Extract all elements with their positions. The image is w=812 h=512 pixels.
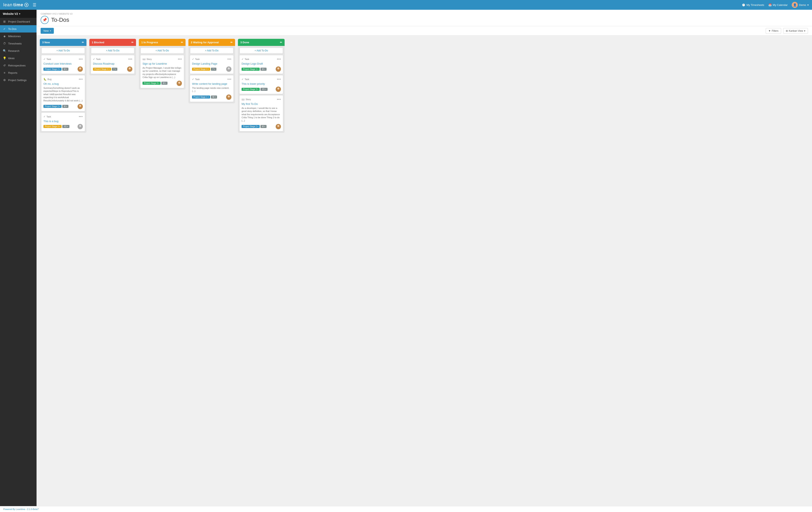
tag-caret-icon: ▾ bbox=[264, 68, 265, 70]
logo-time: time bbox=[13, 2, 23, 7]
col-edit-icon-blocked[interactable]: ✏ bbox=[131, 41, 134, 44]
col-body-done: + Add To-Do ✓ Task ••• Design Logo Draft… bbox=[238, 46, 285, 133]
hamburger-menu[interactable]: ☰ bbox=[33, 2, 36, 7]
svg-point-11 bbox=[177, 84, 181, 86]
svg-point-15 bbox=[227, 98, 231, 100]
card-menu-new-1[interactable]: ••• bbox=[79, 77, 83, 81]
tag-inprogress-0-1[interactable]: M ▾ bbox=[162, 82, 167, 85]
sidebar-item-ideas[interactable]: 💡Ideas bbox=[0, 54, 36, 62]
card-footer-new-0: Project Stage 2 ▾M ▾ bbox=[44, 66, 83, 72]
tag-new-1-1[interactable]: M ▾ bbox=[62, 105, 68, 108]
tag-new-1-0[interactable]: Project Stage 2 ▾ bbox=[44, 105, 61, 108]
sidebar-project[interactable]: Website V2 ▾ bbox=[0, 10, 36, 18]
card-title-new-0[interactable]: Conduct user interviews bbox=[44, 62, 83, 65]
user-menu[interactable]: 👤 Demo ▾ bbox=[792, 2, 809, 8]
svg-point-5 bbox=[78, 107, 82, 109]
card-menu-done-0[interactable]: ••• bbox=[277, 57, 281, 61]
sidebar-item-project-settings[interactable]: ⚙Project Settings bbox=[0, 76, 36, 84]
add-todo-btn-blocked[interactable]: + Add To-Do bbox=[91, 48, 135, 54]
card-title-new-2[interactable]: This is a bug bbox=[44, 120, 83, 123]
tag-waiting-0-1[interactable]: 7 ▾ bbox=[211, 68, 216, 71]
new-button[interactable]: New ▾ bbox=[40, 28, 54, 34]
kanban-icon: ⊞ bbox=[786, 29, 788, 32]
sidebar-item-reports[interactable]: ≡Reports bbox=[0, 69, 36, 76]
filters-button[interactable]: ▼ Filters bbox=[766, 28, 781, 34]
sidebar-item-milestones[interactable]: ◈Milestones bbox=[0, 32, 36, 40]
col-body-waiting: + Add To-Do ✓ Task ••• Design Landing Pa… bbox=[188, 46, 235, 103]
sidebar-item-project-dashboard[interactable]: ⊞Project Dashboard bbox=[0, 18, 36, 25]
add-todo-btn-done[interactable]: + Add To-Do bbox=[239, 48, 283, 54]
sidebar-label-ideas: Ideas bbox=[8, 57, 14, 60]
sidebar-item-timesheets[interactable]: ⏱Timesheets bbox=[0, 40, 36, 47]
tag-waiting-1-0[interactable]: Project Stage 1 ▾ bbox=[192, 96, 210, 99]
card-menu-new-2[interactable]: ••• bbox=[79, 115, 83, 118]
card-menu-done-1[interactable]: ••• bbox=[277, 77, 281, 81]
tag-done-2-1[interactable]: M ▾ bbox=[260, 125, 266, 128]
tag-done-2-0[interactable]: Project Stage 2 ▾ bbox=[241, 125, 260, 128]
card-menu-done-2[interactable]: ••• bbox=[277, 98, 281, 101]
type-icon-done-2: 📖 bbox=[241, 98, 244, 101]
card-desc-new-1: SummarySomething doesn't work as expecte… bbox=[44, 86, 83, 102]
card-type-new-1: 🐛 Bug bbox=[44, 78, 52, 81]
avatar-img bbox=[276, 124, 281, 129]
card-title-blocked-0[interactable]: Discuss Roadmap bbox=[93, 62, 133, 65]
tag-caret-icon: ▾ bbox=[214, 68, 215, 70]
col-edit-icon-new[interactable]: ✏ bbox=[82, 41, 84, 44]
card-title-waiting-0[interactable]: Design Landing Page bbox=[192, 62, 231, 65]
calendar-nav[interactable]: 📅 My Calendar bbox=[768, 3, 788, 6]
sidebar-label-project-dashboard: Project Dashboard bbox=[8, 20, 30, 23]
type-icon-waiting-1: ✓ bbox=[192, 78, 194, 81]
card-done-2: 📖 Story ••• My first To-DoAs a developer… bbox=[239, 96, 283, 131]
tag-waiting-1-1[interactable]: M ▾ bbox=[211, 96, 217, 99]
sidebar-icon-research: 🔍 bbox=[3, 49, 6, 52]
card-title-done-2[interactable]: My first To-Do bbox=[241, 102, 281, 105]
col-edit-icon-inprogress[interactable]: ✏ bbox=[181, 41, 183, 44]
sidebar-icon-ideas: 💡 bbox=[3, 56, 6, 60]
card-title-new-1[interactable]: Oh no, a bug bbox=[44, 82, 83, 85]
kanban-view-button[interactable]: ⊞ Kanban View ▾ bbox=[783, 28, 808, 34]
card-tags-done-1: Project Stage 3 ▾XS ▾ bbox=[241, 88, 267, 91]
col-edit-icon-waiting[interactable]: ✏ bbox=[230, 41, 233, 44]
tag-new-0-1[interactable]: M ▾ bbox=[62, 68, 68, 71]
logo[interactable]: leantime bbox=[3, 2, 29, 7]
svg-point-4 bbox=[79, 105, 81, 107]
sidebar-item-retrospectives[interactable]: ↺Retrospectives bbox=[0, 62, 36, 69]
card-menu-new-0[interactable]: ••• bbox=[79, 57, 83, 61]
card-title-inprogress-0[interactable]: Sign up for Leantime bbox=[143, 62, 182, 65]
card-menu-inprogress-0[interactable]: ••• bbox=[178, 57, 182, 61]
tag-blocked-0-0[interactable]: Project Stage 4 ▾ bbox=[93, 68, 111, 71]
tag-done-0-1[interactable]: M ▾ bbox=[260, 68, 266, 71]
card-title-waiting-1[interactable]: Write content for landing page bbox=[192, 82, 231, 85]
card-avatar-done-0 bbox=[276, 66, 281, 72]
card-avatar-waiting-1 bbox=[226, 95, 231, 100]
tag-blocked-0-1[interactable]: 7 ▾ bbox=[112, 68, 117, 71]
add-todo-btn-new[interactable]: + Add To-Do bbox=[41, 48, 85, 54]
tag-new-2-1[interactable]: XS ▾ bbox=[62, 125, 69, 128]
tag-done-1-1[interactable]: XS ▾ bbox=[260, 88, 267, 91]
svg-point-19 bbox=[277, 90, 280, 92]
card-avatar-done-2 bbox=[276, 124, 281, 129]
card-title-done-0[interactable]: Design Logo Draft bbox=[241, 62, 281, 65]
add-todo-btn-inprogress[interactable]: + Add To-Do bbox=[141, 48, 184, 54]
card-menu-blocked-0[interactable]: ••• bbox=[128, 57, 133, 61]
card-menu-waiting-1[interactable]: ••• bbox=[227, 77, 231, 81]
sidebar-item-research[interactable]: 🔍Research bbox=[0, 47, 36, 54]
card-desc-done-2: As a developer, I would like to see a go… bbox=[241, 107, 281, 122]
timesheets-nav[interactable]: 🕐 My Timesheets bbox=[742, 3, 764, 6]
card-footer-blocked-0: Project Stage 4 ▾7 ▾ bbox=[93, 66, 133, 72]
card-footer-waiting-0: Project Stage 4 ▾7 ▾ bbox=[192, 66, 231, 72]
tag-done-1-0[interactable]: Project Stage 3 ▾ bbox=[241, 88, 260, 91]
tag-caret-icon: ▾ bbox=[265, 88, 266, 90]
card-menu-waiting-0[interactable]: ••• bbox=[227, 57, 231, 61]
sidebar-item-todos[interactable]: ✓To-Dos bbox=[0, 25, 36, 32]
tag-inprogress-0-0[interactable]: Project Stage 3 ▾ bbox=[143, 82, 161, 85]
col-edit-icon-done[interactable]: ✏ bbox=[280, 41, 282, 44]
calendar-label: My Calendar bbox=[773, 3, 788, 6]
add-todo-btn-waiting[interactable]: + Add To-Do bbox=[190, 48, 233, 54]
tag-waiting-0-0[interactable]: Project Stage 4 ▾ bbox=[192, 68, 210, 71]
card-title-done-1[interactable]: This is lower priority bbox=[241, 82, 281, 85]
user-caret-icon: ▾ bbox=[807, 3, 809, 6]
tag-done-0-0[interactable]: Project Stage 1 ▾ bbox=[241, 68, 260, 71]
tag-new-2-0[interactable]: Project Stage 4 ▾ bbox=[44, 125, 61, 128]
tag-new-0-0[interactable]: Project Stage 2 ▾ bbox=[44, 68, 61, 71]
